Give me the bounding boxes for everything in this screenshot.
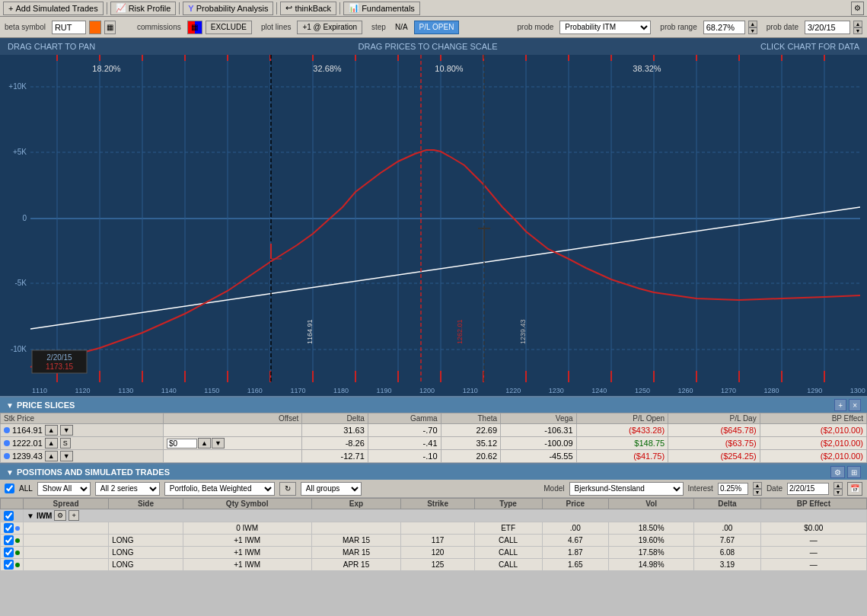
all-label: ALL [19,484,33,493]
ps2-delta: -8.26 [302,437,368,450]
ps2-up[interactable]: ▲ [45,438,58,448]
plus-icon: + [8,4,13,13]
prob-date-field[interactable] [805,21,850,34]
opt2-spread [24,547,109,559]
settings-btn[interactable]: ⚙ [851,2,864,15]
price-slice-row-1: 1164.91 ▲ ▼ 31.63 -.70 22.69 -106.31 ($4… [1,424,867,437]
price-slices-table: Stk Price Offset Delta Gamma Theta Vega … [0,413,867,463]
pl-open-label: P/L OPEN [419,23,454,31]
stk-checkbox[interactable] [4,523,14,533]
svg-text:10.80%: 10.80% [435,64,464,73]
ps1-theta: 22.69 [441,424,501,437]
positions-settings-btn[interactable]: ⚙ [830,466,845,478]
interest-down[interactable]: ▼ [753,489,762,496]
pos-row-stk: 0 IWM ETF .00 18.50% .00 $0.00 [1,522,867,535]
x-label-1190: 1190 [377,387,392,394]
chart-instructions: DRAG CHART TO PAN DRAG PRICES TO CHANGE … [0,38,867,55]
pl-open-btn[interactable]: P/L OPEN [414,21,460,34]
beta-grid-btn[interactable]: ▦ [104,21,116,34]
group-expand-arrow[interactable]: ▼ [27,512,34,520]
ps1-up[interactable]: ▲ [45,425,58,436]
y-icon: Y [188,4,193,13]
all-checkbox[interactable] [5,484,14,493]
plot-lines-btns: +1 @ Expiration [297,21,362,34]
positions-collapse-arrow[interactable]: ▼ [6,468,14,477]
iwm-checkbox[interactable] [4,511,14,521]
opt1-strike: 117 [401,535,474,547]
group-settings-btn[interactable]: ⚙ [54,510,66,521]
add-slice-btn[interactable]: + [834,399,846,411]
interest-input[interactable] [718,483,748,495]
prob-analysis-btn[interactable]: Y Probability Analysis [183,2,273,15]
remove-slice-btn[interactable]: × [849,399,861,411]
ps1-price: 1164.91 ▲ ▼ [1,424,164,437]
ps3-down[interactable]: ▼ [60,451,73,461]
toolbar: + Add Simulated Trades 📈 Risk Profile Y … [0,0,867,17]
risk-profile-btn[interactable]: 📈 Risk Profile [110,2,177,15]
prob-date-up[interactable]: ▲ [853,21,862,27]
opt2-checkbox[interactable] [4,547,14,557]
beta-color-btn[interactable] [89,21,101,34]
series-select[interactable]: All 2 series [95,482,160,496]
prob-date-section: prob date [767,23,798,31]
prob-analysis-label: Probability Analysis [196,4,269,13]
opt3-side: LONG [109,559,183,571]
beta-symbol-input[interactable] [52,21,86,34]
prob-range-field[interactable] [703,21,745,34]
portfolio-refresh-btn[interactable]: ↻ [279,482,296,496]
collapse-arrow[interactable]: ▼ [6,401,14,410]
ps2-offset-input[interactable] [167,439,197,448]
opt3-checkbox[interactable] [4,560,14,570]
interest-up[interactable]: ▲ [753,482,762,489]
x-label-1300: 1300 [850,387,865,394]
prob-mode-select[interactable]: Probability ITM [559,21,651,34]
chart-container[interactable]: DRAG CHART TO PAN DRAG PRICES TO CHANGE … [0,38,867,396]
group-add-btn[interactable]: + [69,510,78,521]
date-up[interactable]: ▲ [834,482,843,489]
pos-row-opt3: LONG +1 IWM APR 15 125 CALL 1.65 14.98% … [1,559,867,571]
opt2-bp-effect: — [760,547,866,559]
positions-expand-btn[interactable]: ⊞ [847,466,861,478]
opt3-strike: 125 [401,559,474,571]
pos-cal-btn[interactable]: 📅 [847,482,862,496]
fundamentals-btn[interactable]: 📊 Fundamentals [343,2,420,15]
ps3-bp-effect: ($2,010.00) [760,450,866,463]
opt1-qty: +1 [234,536,242,544]
col-delta-h: Delta [694,499,760,509]
prob-range-up[interactable]: ▲ [748,21,757,27]
ps1-down[interactable]: ▼ [60,425,73,436]
x-label-1270: 1270 [721,387,736,394]
controls-row: beta symbol ▦ commissions ▦ EXCLUDE plot… [0,17,867,38]
opt1-checkbox[interactable] [4,535,14,545]
prob-date-spinner: ▲ ▼ [853,21,862,34]
add-simulated-btn[interactable]: + Add Simulated Trades [3,2,104,15]
ps2-price: 1222.01 ▲ S [1,437,164,450]
thinkback-btn[interactable]: ↩ thinkBack [280,2,336,15]
portfolio-select[interactable]: Portfolio, Beta Weighted [164,482,275,496]
svg-text:0: 0 [22,214,27,222]
ps2-offset-up[interactable]: ▲ [198,438,211,448]
ps2-offset[interactable]: ▲ ▼ [164,437,302,450]
prob-date-down[interactable]: ▼ [853,27,862,34]
groups-select[interactable]: All groups [301,482,362,496]
opt3-qty-sym: +1 IWM [183,559,311,571]
price-slices: ▼ PRICE SLICES + × Stk Price Offset Delt… [0,396,867,463]
grid-color-btn[interactable]: ▦ [187,21,202,34]
price-slices-title: PRICE SLICES [17,401,75,410]
prob-range-down[interactable]: ▼ [748,27,757,34]
ps2-lock[interactable]: S [60,438,71,448]
model-select[interactable]: Bjerksund-Stensland [569,482,684,496]
opt1-spread [24,535,109,547]
exclude-btn[interactable]: EXCLUDE [206,21,252,34]
date-input[interactable] [787,483,829,495]
plot-lines-value-btn[interactable]: +1 @ Expiration [297,21,362,34]
ps3-up[interactable]: ▲ [45,451,58,461]
exclude-label: EXCLUDE [211,23,247,31]
date-down[interactable]: ▼ [834,489,843,496]
opt3-qty: +1 [234,560,242,569]
show-all-select[interactable]: Show All [37,482,91,496]
pos-row-opt2: LONG +1 IWM MAR 15 120 CALL 1.87 17.58% … [1,547,867,559]
ps2-offset-down[interactable]: ▼ [212,438,225,448]
plot-lines-label: plot lines [261,23,291,31]
chart-canvas[interactable]: +10K +5K 0 -5K -10K [0,55,867,381]
